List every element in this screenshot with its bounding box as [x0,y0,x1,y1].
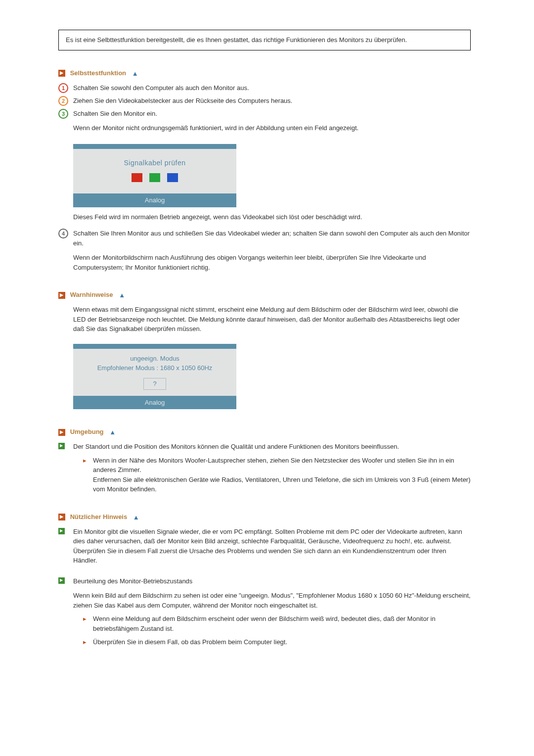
osd-bottom-label: Analog [73,193,236,207]
step-number-icon: 4 [58,229,68,238]
step-text: Ziehen Sie den Videokabelstecker aus der… [73,96,471,106]
sub-list-item: ▸ Wenn in der Nähe des Monitors Woofer-L… [83,456,471,494]
warnings-body: Wenn etwas mit dem Eingangssignal nicht … [58,305,471,409]
section-title: Warnhinweise [70,291,113,298]
goto-top-icon[interactable]: ▲ [119,291,125,299]
step-text: Schalten Sie den Monitor ein. [73,109,471,119]
step-aftertext: Dieses Feld wird im normalen Betrieb ang… [73,212,471,222]
goto-top-icon[interactable]: ▲ [133,514,139,521]
section-environment-heading: Umgebung ▲ [58,428,471,436]
step-number-icon: 1 [58,83,68,93]
list-text: Ein Monitor gibt die visuellen Signale w… [73,527,471,566]
blue-square-icon [167,173,178,182]
arrow-right-icon [58,292,65,299]
step-text: Schalten Sie sowohl den Computer als auc… [73,83,471,93]
green-square-icon [149,173,160,182]
osd-dialog-signalcable: Signalkabel prüfen Analog [73,144,236,207]
list-text: Beurteilung des Monitor-Betriebszustands [73,576,471,586]
list-text: Der Standort und die Position des Monito… [73,442,471,452]
step-1: 1 Schalten Sie sowohl den Computer als a… [58,83,471,93]
sub-list-text: Wenn in der Nähe des Monitors Woofer-Lau… [93,456,471,475]
section-title: Nützlicher Hinweis [70,513,128,520]
section-useful-hint-heading: Nützlicher Hinweis ▲ [58,513,471,521]
bullet-square-icon [58,528,65,534]
arrow-right-icon [58,514,65,520]
bullet-square-icon [58,577,65,584]
step-2: 2 Ziehen Sie den Videokabelstecker aus d… [58,96,471,106]
osd-line2: Empfohlener Modus : 1680 x 1050 60Hz [78,363,231,373]
list-item: Der Standort und die Position des Monito… [58,442,471,494]
goto-top-icon[interactable]: ▲ [109,428,116,436]
osd-title: Signalkabel prüfen [73,158,236,168]
step-text: Schalten Sie Ihren Monitor aus und schli… [73,229,471,248]
intro-box: Es ist eine Selbttestfunktion bereitgest… [58,30,471,50]
step-number-icon: 2 [58,96,68,106]
section-title: Selbsttestfunktion [70,69,126,77]
rgb-indicator [73,173,236,185]
arrow-right-icon: ▸ [83,456,93,466]
sub-list-text2: Entfernen Sie alle elektronischen Geräte… [93,475,471,494]
arrow-right-icon [58,429,65,436]
sub-list-item: ▸ Wenn eine Meldung auf dem Bildschirm e… [83,614,471,633]
step-4: 4 Schalten Sie Ihren Monitor aus und sch… [58,229,471,272]
step-3: 3 Schalten Sie den Monitor ein. Wenn der… [58,109,471,222]
warnings-text: Wenn etwas mit dem Eingangssignal nicht … [73,305,471,334]
osd-line1: ungeeign. Modus [78,354,231,364]
section-title: Umgebung [70,428,104,435]
sub-list-item: ▸ Überprüfen Sie in diesem Fall, ob das … [83,637,471,647]
arrow-right-icon: ▸ [83,614,93,624]
list-item: Beurteilung des Monitor-Betriebszustands… [58,576,471,647]
bullet-square-icon [58,443,65,449]
osd-bottom-label: Analog [73,396,236,410]
arrow-right-icon [58,70,65,77]
red-square-icon [132,173,142,182]
section-selftest-heading: Selbsttestfunktion ▲ [58,69,471,77]
goto-top-icon[interactable]: ▲ [132,70,138,77]
list-item: Ein Monitor gibt die visuellen Signale w… [58,527,471,566]
step-subtext: Wenn der Monitorbildschirm nach Ausführu… [73,253,471,272]
osd-question-button: ? [143,378,166,390]
section-warnings-heading: Warnhinweise ▲ [58,291,471,299]
list-subtext: Wenn kein Bild auf dem Bildschirm zu seh… [73,591,471,610]
osd-dialog-mode: ungeeign. Modus Empfohlener Modus : 1680… [73,344,236,410]
intro-text: Es ist eine Selbttestfunktion bereitgest… [66,36,407,44]
step-subtext: Wenn der Monitor nicht ordnungsgemäß fun… [73,123,471,133]
arrow-right-icon: ▸ [83,637,93,647]
sub-list-text: Überprüfen Sie in diesem Fall, ob das Pr… [93,637,471,647]
step-number-icon: 3 [58,109,68,119]
sub-list-text: Wenn eine Meldung auf dem Bildschirm ers… [93,614,471,633]
